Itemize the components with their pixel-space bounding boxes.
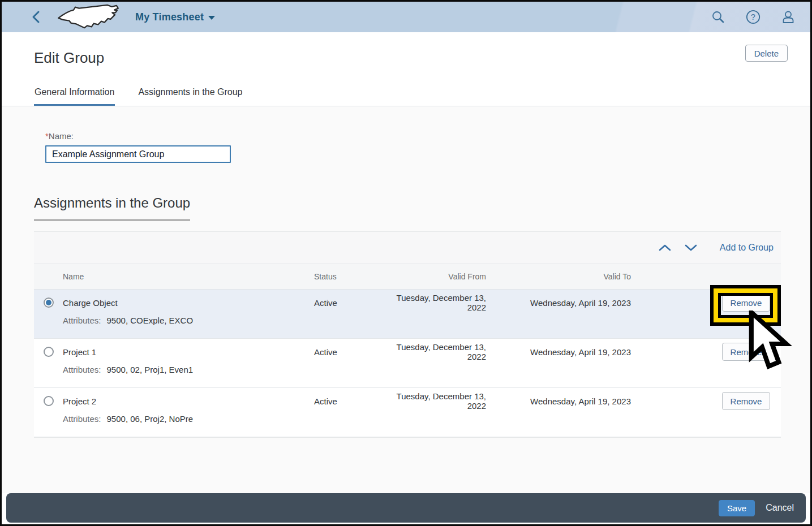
column-header-valid-to: Valid To: [486, 272, 631, 281]
assignment-valid-from: Tuesday, December 13, 2022: [376, 342, 486, 361]
dropdown-caret-icon: [208, 16, 215, 20]
column-header-status: Status: [314, 272, 376, 281]
assignment-name: Project 1: [63, 347, 314, 357]
attributes-values: 9500, 06, Proj2, NoPre: [107, 414, 194, 424]
tab-bar: General Information Assignments in the G…: [2, 81, 810, 106]
assignment-valid-to: Wednesday, April 19, 2023: [486, 347, 631, 357]
tab-general-information[interactable]: General Information: [34, 81, 115, 106]
table-row[interactable]: Project 2 Active Tuesday, December 13, 2…: [34, 388, 781, 437]
assignment-valid-to: Wednesday, April 19, 2023: [486, 298, 631, 308]
chevron-down-icon: [685, 244, 697, 252]
footer-bar: Save Cancel: [6, 493, 806, 523]
app-window: My Timesheet ?: [0, 0, 812, 526]
assignment-status: Active: [314, 298, 376, 308]
profile-button[interactable]: [781, 10, 796, 24]
attributes-label: Attributes:: [63, 365, 101, 374]
page-title: Edit Group: [34, 49, 104, 67]
app-title: My Timesheet: [135, 11, 204, 23]
attributes-values: 9500, 02, Proj1, Even1: [107, 365, 194, 374]
name-input[interactable]: [45, 145, 231, 163]
attributes-label: Attributes:: [63, 414, 101, 424]
add-to-group-link[interactable]: Add to Group: [720, 243, 774, 253]
page-header: Edit Group Delete General Information As…: [2, 32, 810, 106]
attributes-values: 9500, COExple, EXCO: [107, 316, 194, 325]
delete-button[interactable]: Delete: [745, 45, 788, 62]
name-field-label: *Name:: [45, 131, 810, 141]
attributes-label: Attributes:: [63, 316, 101, 325]
assignment-status: Active: [314, 347, 376, 357]
app-title-menu[interactable]: My Timesheet: [135, 11, 215, 23]
search-icon: [711, 10, 725, 24]
table-row[interactable]: Project 1 Active Tuesday, December 13, 2…: [34, 339, 781, 388]
person-icon: [781, 10, 796, 24]
move-down-button[interactable]: [678, 239, 704, 256]
row-radio-selected[interactable]: [44, 298, 54, 308]
chevron-up-icon: [659, 244, 671, 252]
shell-header: My Timesheet ?: [2, 2, 810, 32]
assignment-valid-from: Tuesday, December 13, 2022: [376, 391, 486, 411]
assignment-valid-to: Wednesday, April 19, 2023: [486, 396, 631, 406]
chevron-left-icon: [31, 10, 41, 24]
assignment-name: Charge Object: [63, 298, 314, 308]
row-radio[interactable]: [44, 347, 54, 357]
table-row[interactable]: Charge Object Active Tuesday, December 1…: [34, 290, 781, 339]
column-header-name: Name: [63, 272, 314, 281]
row-radio[interactable]: [44, 396, 54, 406]
assignment-valid-from: Tuesday, December 13, 2022: [376, 293, 486, 312]
svg-text:?: ?: [751, 12, 755, 21]
cancel-button[interactable]: Cancel: [766, 503, 794, 513]
north-carolina-logo: [55, 3, 122, 31]
column-header-valid-from: Valid From: [376, 272, 486, 281]
table-toolbar: Add to Group: [34, 232, 781, 264]
section-title: Assignments in the Group: [34, 195, 190, 221]
save-button[interactable]: Save: [719, 500, 755, 516]
move-up-button[interactable]: [652, 239, 678, 256]
question-mark-icon: ?: [746, 10, 761, 24]
remove-button[interactable]: Remove: [722, 392, 770, 410]
content-area: *Name: Assignments in the Group Add to G…: [2, 106, 810, 493]
assignments-table: Add to Group Name Status Valid From Vali…: [34, 231, 781, 438]
search-button[interactable]: [711, 10, 725, 24]
table-header-row: Name Status Valid From Valid To: [34, 264, 781, 290]
remove-button[interactable]: Remove: [722, 294, 770, 312]
assignment-name: Project 2: [63, 396, 314, 406]
back-button[interactable]: [27, 8, 45, 26]
remove-button[interactable]: Remove: [722, 343, 770, 361]
tab-assignments-in-the-group[interactable]: Assignments in the Group: [138, 81, 243, 106]
assignment-status: Active: [314, 396, 376, 406]
help-button[interactable]: ?: [746, 10, 761, 24]
